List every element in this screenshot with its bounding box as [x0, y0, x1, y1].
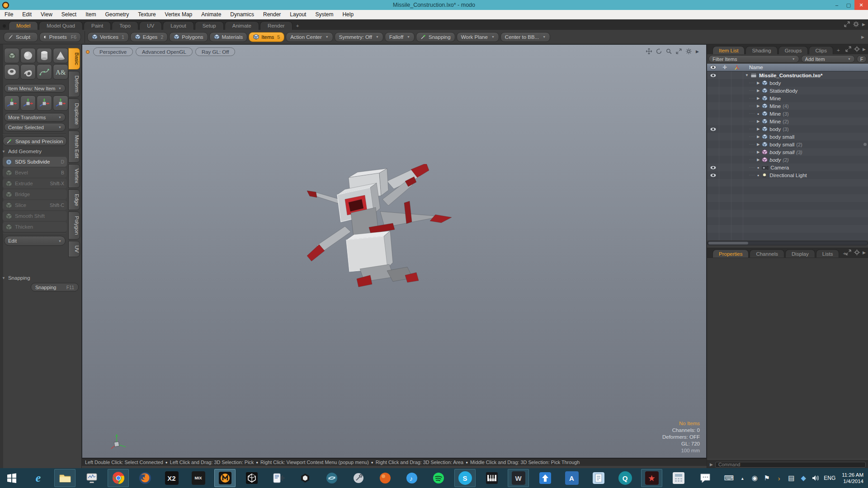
layout-tab-topo[interactable]: Topo	[112, 21, 138, 30]
red-app[interactable]: ★	[641, 469, 662, 487]
paint-w-app[interactable]: W	[508, 469, 529, 487]
start-button[interactable]	[1, 469, 22, 487]
piano-app[interactable]	[481, 469, 502, 487]
utility-app[interactable]	[348, 469, 369, 487]
snapping-section-header[interactable]: ▼ Snapping	[2, 274, 67, 282]
tab-properties[interactable]: Properties	[712, 249, 749, 258]
chevron-right-icon[interactable]: ▶	[862, 22, 865, 27]
internet-explorer[interactable]: e	[28, 469, 49, 487]
minimize-button[interactable]: –	[831, 0, 843, 10]
chat-app[interactable]	[694, 469, 716, 487]
clock[interactable]: 11:26 AM 1/4/2014	[842, 472, 863, 484]
expand-arrow-icon[interactable]: ▶	[756, 150, 760, 154]
menu-edit[interactable]: Edit	[18, 11, 36, 18]
layout-tab-model[interactable]: Model	[9, 21, 38, 30]
calculator[interactable]	[668, 469, 689, 487]
shading-mode-button[interactable]: Advanced OpenGL	[136, 47, 193, 56]
spotify[interactable]	[428, 469, 449, 487]
transform-tool-button[interactable]	[4, 95, 19, 111]
language-indicator[interactable]: ENG	[824, 475, 835, 481]
cone-primitive-button[interactable]	[53, 48, 68, 63]
perspective-button[interactable]: Perspective	[93, 47, 133, 56]
expand-icon[interactable]	[845, 46, 851, 52]
expand-arrow-icon[interactable]: ▶	[756, 127, 760, 131]
add-item-dropdown[interactable]: Add Item▼	[801, 55, 855, 63]
command-input[interactable]: Command	[715, 462, 866, 468]
center-to-bb--button[interactable]: Center to BB...▼	[500, 32, 550, 42]
menu-vertex-map[interactable]: Vertex Map	[160, 11, 197, 18]
tab-item-list[interactable]: Item List	[712, 46, 745, 54]
usb-icon[interactable]: ▤	[788, 474, 795, 482]
menu-animate[interactable]: Animate	[197, 11, 226, 18]
eye-toggle[interactable]	[707, 73, 719, 78]
left-tab-vertex[interactable]: Vertex	[68, 164, 80, 188]
vertices-button[interactable]: Vertices1	[87, 32, 129, 42]
light-blue-app[interactable]	[588, 469, 609, 487]
gear-icon[interactable]	[854, 249, 860, 255]
left-tab-mesh-edit[interactable]: Mesh Edit	[68, 131, 80, 163]
menu-geometry[interactable]: Geometry	[101, 11, 134, 18]
file-explorer[interactable]	[54, 469, 75, 487]
text-primitive-button[interactable]: A&	[53, 64, 68, 80]
items-button[interactable]: Items5	[249, 32, 284, 42]
more-transforms-dropdown[interactable]: More Transforms▼	[4, 113, 66, 122]
layout-switcher-dot[interactable]	[3, 24, 6, 28]
smooth-shift-tool[interactable]: Smooth Shift	[3, 211, 67, 221]
volume-icon[interactable]	[812, 475, 819, 481]
close-button[interactable]: ✕	[854, 0, 868, 10]
tab-lists[interactable]: Lists	[816, 249, 840, 258]
item-menu-dropdown[interactable]: Item Menu: New Item▼	[4, 84, 66, 93]
audio-monitor-app[interactable]	[81, 469, 102, 487]
layout-tab-animate[interactable]: Animate	[225, 21, 259, 30]
visibility-column-eye-icon[interactable]	[707, 65, 719, 70]
curve-primitive-button[interactable]	[37, 64, 52, 80]
menu-texture[interactable]: Texture	[133, 11, 160, 18]
photo-a-app[interactable]: A	[561, 469, 582, 487]
plex-icon[interactable]: ›	[775, 474, 783, 482]
layout-tab-paint[interactable]: Paint	[84, 21, 111, 30]
rotate-tool-button[interactable]	[37, 95, 52, 111]
expand-arrow-icon[interactable]: ▶	[756, 104, 760, 108]
expand-arrow-icon[interactable]: ▶	[756, 96, 760, 100]
viewport-gear-icon[interactable]	[686, 48, 692, 54]
falloff-button[interactable]: Falloff▼	[385, 32, 415, 42]
blue-up-app[interactable]	[534, 469, 556, 487]
left-tab-edge[interactable]: Edge	[68, 189, 80, 211]
expand-arrow-icon[interactable]: ▶	[756, 158, 760, 162]
chrome[interactable]	[108, 469, 129, 487]
menu-select[interactable]: Select	[57, 11, 81, 18]
transform-column-icon[interactable]: ✛	[719, 64, 731, 70]
symmetry-off-button[interactable]: Symmetry: Off▼	[335, 32, 383, 42]
bridge-tool[interactable]: Bridge	[3, 189, 67, 199]
3d-viewport[interactable]: Perspective Advanced OpenGL Ray GL: Off …	[82, 44, 707, 458]
dropbox-icon[interactable]: ◆	[800, 474, 807, 482]
snaps-and-precision-button[interactable]: Snaps and Precision	[3, 136, 67, 146]
panel-resize-nub[interactable]	[863, 143, 867, 146]
gear-icon[interactable]	[853, 21, 859, 27]
left-tab-basic[interactable]: Basic	[68, 48, 80, 70]
add-geometry-header[interactable]: ▼ Add Geometry	[2, 147, 67, 155]
gear-icon[interactable]	[854, 46, 860, 52]
viewport-chevron-icon[interactable]: ▶	[696, 49, 699, 54]
bevel-tool[interactable]: BevelB	[3, 168, 67, 178]
touch-keyboard-icon[interactable]: ⌨	[724, 474, 734, 482]
layout-tab--[interactable]: +	[293, 21, 302, 30]
orange-ball-app[interactable]	[374, 469, 396, 487]
collapse-arrow-icon[interactable]: ▼	[745, 73, 749, 77]
menu-help[interactable]: Help	[338, 11, 358, 18]
sphere-primitive-button[interactable]	[20, 48, 36, 63]
firefox[interactable]	[134, 469, 156, 487]
cube-primitive-button[interactable]	[4, 48, 19, 63]
left-tab-polygon[interactable]: Polygon	[68, 211, 80, 239]
unity-2[interactable]	[294, 469, 316, 487]
toolbar-overflow-icon[interactable]: ▶	[861, 35, 864, 39]
axis-column-icon[interactable]	[731, 65, 743, 70]
thicken-tool[interactable]: Thicken	[3, 222, 67, 232]
snapping-toggle-button[interactable]: Snapping F11	[31, 283, 79, 291]
extrude-tool[interactable]: ExtrudeShift-X	[3, 178, 67, 188]
scale-tool-button[interactable]	[53, 95, 68, 111]
center-selected-dropdown[interactable]: Center Selected▼	[4, 123, 66, 131]
layout-tab-layout[interactable]: Layout	[163, 21, 194, 30]
eye-toggle[interactable]	[707, 127, 719, 131]
menu-layout[interactable]: Layout	[285, 11, 311, 18]
